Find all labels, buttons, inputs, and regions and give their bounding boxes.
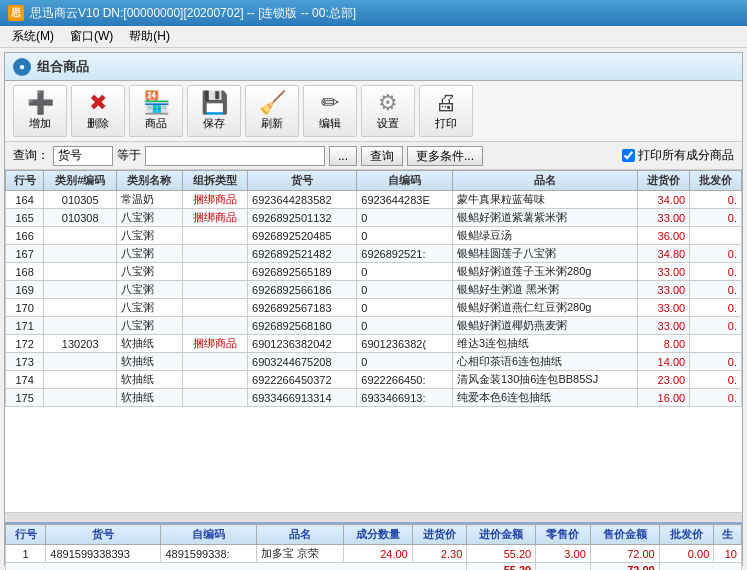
save-button[interactable]: 💾 保存: [187, 85, 241, 137]
query-value-input[interactable]: [145, 146, 325, 166]
cell-name: 银鲳好粥道紫薯紫米粥: [452, 209, 637, 227]
cell-combtype: [182, 317, 247, 335]
cell-combtype: [182, 245, 247, 263]
table-row[interactable]: 171 八宝粥 6926892568180 0 银鲳好粥道椰奶燕麦粥 33.00…: [6, 317, 742, 335]
table-row[interactable]: 164 010305 常温奶 捆绑商品 6923644283582 692364…: [6, 191, 742, 209]
cell-buyprice: 16.00: [638, 389, 690, 407]
b-cell-selfcode: 4891599338:: [161, 545, 256, 563]
b-cell-retail: 3.00: [536, 545, 591, 563]
cell-catcode: [44, 281, 117, 299]
cell-selfcode: 0: [357, 317, 453, 335]
table-row[interactable]: 169 八宝粥 6926892566186 0 银鲳好生粥道 黑米粥 33.00…: [6, 281, 742, 299]
col-selfcode: 自编码: [357, 171, 453, 191]
cell-buyprice: 33.00: [638, 209, 690, 227]
title-bar: 思 思迅商云V10 DN:[00000000][20200702] -- [连锁…: [0, 0, 747, 26]
summary-saleamt: 72.00: [590, 563, 659, 571]
cell-catcode: [44, 227, 117, 245]
add-button[interactable]: ➕ 增加: [13, 85, 67, 137]
b-cell-name: 加多宝 京荣: [256, 545, 343, 563]
table-row[interactable]: 170 八宝粥 6926892567183 0 银鲳好粥道燕仁红豆粥280g 3…: [6, 299, 742, 317]
query-field1[interactable]: [53, 146, 113, 166]
cell-selfcode: 6926892521:: [357, 245, 453, 263]
app-icon: 思: [8, 5, 24, 21]
cell-selfcode: 0: [357, 263, 453, 281]
settings-button[interactable]: ⚙ 设置: [361, 85, 415, 137]
cell-buyprice: 33.00: [638, 299, 690, 317]
settings-label: 设置: [377, 116, 399, 131]
cell-barcode: 6923644283582: [248, 191, 357, 209]
table-row[interactable]: 168 八宝粥 6926892565189 0 银鲳好粥道莲子玉米粥280g 3…: [6, 263, 742, 281]
menu-system[interactable]: 系统(M): [4, 26, 62, 47]
cell-name: 纯爱本色6连包抽纸: [452, 389, 637, 407]
more-conditions-button[interactable]: 更多条件...: [407, 146, 483, 166]
table-row[interactable]: 173 软抽纸 6903244675208 0 心相印茶语6连包抽纸 14.00…: [6, 353, 742, 371]
horizontal-scrollbar[interactable]: [5, 512, 742, 522]
cell-catcode: 010308: [44, 209, 117, 227]
goods-button[interactable]: 🏪 商品: [129, 85, 183, 137]
print-button[interactable]: 🖨 打印: [419, 85, 473, 137]
cell-saleprice: 0.: [690, 317, 742, 335]
b-cell-rownum: 1: [6, 545, 46, 563]
cell-combtype: [182, 227, 247, 245]
b-cell-extra: 10: [714, 545, 742, 563]
print-label: 打印: [435, 116, 457, 131]
cell-name: 蒙牛真果粒蓝莓味: [452, 191, 637, 209]
b-cell-qty: 24.00: [343, 545, 412, 563]
cell-catname: 八宝粥: [117, 263, 182, 281]
cell-catname: 八宝粥: [117, 209, 182, 227]
b-col-selfcode: 自编码: [161, 525, 256, 545]
query-bar: 查询： 等于 ... 查询 更多条件... 打印所有成分商品: [5, 142, 742, 170]
cell-selfcode: 0: [357, 227, 453, 245]
b-cell-saleamt: 72.00: [590, 545, 659, 563]
table-row[interactable]: 167 八宝粥 6926892521482 6926892521: 银鲳桂圆莲子…: [6, 245, 742, 263]
cell-buyprice: 14.00: [638, 353, 690, 371]
edit-button[interactable]: ✏ 编辑: [303, 85, 357, 137]
table-row[interactable]: 172 130203 软抽纸 捆绑商品 6901236382042 690123…: [6, 335, 742, 353]
summary-end: [659, 563, 741, 571]
app-title: 思迅商云V10 DN:[00000000][20200702] -- [连锁版 …: [30, 5, 356, 22]
cell-name: 银鲳好粥道莲子玉米粥280g: [452, 263, 637, 281]
col-rownum: 行号: [6, 171, 44, 191]
main-panel: ● 组合商品 ➕ 增加 ✖ 删除 🏪 商品 💾 保存 🧹 刷新 ✏ 编辑 ⚙: [4, 52, 743, 566]
menu-help[interactable]: 帮助(H): [121, 26, 178, 47]
cell-selfcode: 6922266450:: [357, 371, 453, 389]
cell-combtype: [182, 281, 247, 299]
print-all-check: 打印所有成分商品: [622, 147, 734, 164]
print-icon: 🖨: [435, 92, 457, 114]
goods-label: 商品: [145, 116, 167, 131]
cell-catname: 常温奶: [117, 191, 182, 209]
col-barcode: 货号: [248, 171, 357, 191]
table-row[interactable]: 175 软抽纸 6933466913314 6933466913: 纯爱本色6连…: [6, 389, 742, 407]
delete-button[interactable]: ✖ 删除: [71, 85, 125, 137]
cell-catname: 八宝粥: [117, 317, 182, 335]
b-col-barcode: 货号: [46, 525, 161, 545]
col-catname: 类别名称: [117, 171, 182, 191]
bottom-table-row[interactable]: 1 4891599338393 4891599338: 加多宝 京荣 24.00…: [6, 545, 742, 563]
cell-catname: 八宝粥: [117, 299, 182, 317]
browse-button[interactable]: ...: [329, 146, 357, 166]
cell-combtype: [182, 389, 247, 407]
b-col-buyprice: 进货价: [412, 525, 467, 545]
table-row[interactable]: 165 010308 八宝粥 捆绑商品 6926892501132 0 银鲳好粥…: [6, 209, 742, 227]
cell-catname: 八宝粥: [117, 245, 182, 263]
equal-label: 等于: [117, 147, 141, 164]
print-all-checkbox[interactable]: [622, 149, 635, 162]
cell-catcode: 010305: [44, 191, 117, 209]
table-row[interactable]: 174 软抽纸 6922266450372 6922266450: 清风金装13…: [6, 371, 742, 389]
edit-icon: ✏: [321, 92, 339, 114]
cell-barcode: 6926892565189: [248, 263, 357, 281]
col-name: 品名: [452, 171, 637, 191]
b-col-name: 品名: [256, 525, 343, 545]
col-buyprice: 进货价: [638, 171, 690, 191]
table-header-row: 行号 类别#编码 类别名称 组拆类型 货号 自编码 品名 进货价 批发价: [6, 171, 742, 191]
refresh-button[interactable]: 🧹 刷新: [245, 85, 299, 137]
cell-catname: 八宝粥: [117, 227, 182, 245]
cell-rownum: 175: [6, 389, 44, 407]
save-label: 保存: [203, 116, 225, 131]
menu-window[interactable]: 窗口(W): [62, 26, 121, 47]
cell-buyprice: 36.00: [638, 227, 690, 245]
query-button[interactable]: 查询: [361, 146, 403, 166]
cell-combtype: 捆绑商品: [182, 209, 247, 227]
table-row[interactable]: 166 八宝粥 6926892520485 0 银鲳绿豆汤 36.00: [6, 227, 742, 245]
cell-name: 银鲳好粥道椰奶燕麦粥: [452, 317, 637, 335]
